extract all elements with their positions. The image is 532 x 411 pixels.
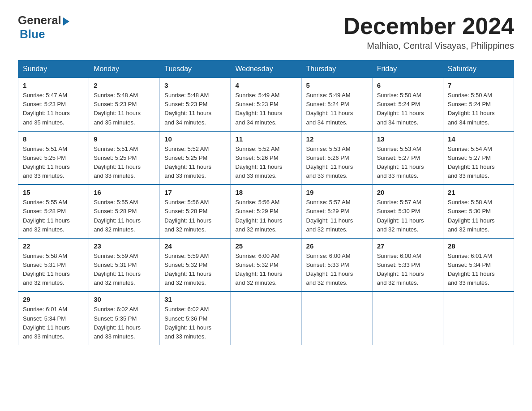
- day-info: Sunrise: 5:49 AM Sunset: 5:23 PM Dayligh…: [235, 91, 296, 127]
- location-text: Malhiao, Central Visayas, Philippines: [343, 41, 514, 51]
- day-info: Sunrise: 6:01 AM Sunset: 5:34 PM Dayligh…: [23, 305, 84, 341]
- day-info: Sunrise: 5:54 AM Sunset: 5:27 PM Dayligh…: [448, 145, 509, 181]
- day-number: 12: [306, 135, 368, 143]
- table-row: 21Sunrise: 5:58 AM Sunset: 5:30 PM Dayli…: [443, 184, 514, 238]
- col-wednesday: Wednesday: [231, 60, 301, 78]
- table-row: 15Sunrise: 5:55 AM Sunset: 5:28 PM Dayli…: [18, 184, 89, 238]
- day-info: Sunrise: 5:48 AM Sunset: 5:23 PM Dayligh…: [164, 91, 226, 127]
- day-info: Sunrise: 5:58 AM Sunset: 5:30 PM Dayligh…: [448, 198, 509, 234]
- day-number: 8: [23, 135, 84, 143]
- table-row: 26Sunrise: 6:00 AM Sunset: 5:33 PM Dayli…: [301, 238, 372, 292]
- day-number: 21: [448, 188, 509, 196]
- title-section: December 2024 Malhiao, Central Visayas, …: [343, 13, 514, 51]
- day-info: Sunrise: 5:59 AM Sunset: 5:31 PM Dayligh…: [94, 252, 155, 288]
- day-info: Sunrise: 5:50 AM Sunset: 5:24 PM Dayligh…: [377, 91, 438, 127]
- table-row: 2Sunrise: 5:48 AM Sunset: 5:23 PM Daylig…: [89, 78, 160, 131]
- table-row: 11Sunrise: 5:52 AM Sunset: 5:26 PM Dayli…: [231, 131, 301, 185]
- table-row: 12Sunrise: 5:53 AM Sunset: 5:26 PM Dayli…: [301, 131, 372, 185]
- table-row: [231, 291, 301, 345]
- day-info: Sunrise: 5:56 AM Sunset: 5:29 PM Dayligh…: [235, 198, 296, 234]
- table-row: 28Sunrise: 6:01 AM Sunset: 5:34 PM Dayli…: [443, 238, 514, 292]
- table-row: 5Sunrise: 5:49 AM Sunset: 5:24 PM Daylig…: [301, 78, 372, 131]
- table-row: 24Sunrise: 5:59 AM Sunset: 5:32 PM Dayli…: [160, 238, 231, 292]
- day-info: Sunrise: 6:01 AM Sunset: 5:34 PM Dayligh…: [448, 252, 509, 288]
- calendar-week-row: 8Sunrise: 5:51 AM Sunset: 5:25 PM Daylig…: [18, 131, 514, 185]
- day-number: 2: [94, 81, 155, 89]
- day-number: 20: [377, 188, 438, 196]
- day-number: 19: [306, 188, 368, 196]
- day-number: 25: [235, 242, 296, 250]
- day-info: Sunrise: 5:53 AM Sunset: 5:27 PM Dayligh…: [377, 145, 438, 181]
- table-row: [443, 291, 514, 345]
- day-info: Sunrise: 6:02 AM Sunset: 5:35 PM Dayligh…: [94, 305, 155, 341]
- col-sunday: Sunday: [18, 60, 89, 78]
- calendar-header-row: Sunday Monday Tuesday Wednesday Thursday…: [18, 60, 514, 78]
- day-info: Sunrise: 6:02 AM Sunset: 5:36 PM Dayligh…: [164, 305, 226, 341]
- day-number: 3: [164, 81, 226, 89]
- table-row: 29Sunrise: 6:01 AM Sunset: 5:34 PM Dayli…: [18, 291, 89, 345]
- day-number: 10: [164, 135, 226, 143]
- day-number: 16: [94, 188, 155, 196]
- logo: General Blue: [18, 13, 69, 41]
- day-info: Sunrise: 6:00 AM Sunset: 5:33 PM Dayligh…: [377, 252, 438, 288]
- day-number: 23: [94, 242, 155, 250]
- table-row: 3Sunrise: 5:48 AM Sunset: 5:23 PM Daylig…: [160, 78, 231, 131]
- logo-general-text: General: [18, 13, 61, 27]
- calendar-week-row: 15Sunrise: 5:55 AM Sunset: 5:28 PM Dayli…: [18, 184, 514, 238]
- col-friday: Friday: [372, 60, 443, 78]
- day-info: Sunrise: 5:52 AM Sunset: 5:26 PM Dayligh…: [235, 145, 296, 181]
- day-info: Sunrise: 5:57 AM Sunset: 5:29 PM Dayligh…: [306, 198, 368, 234]
- col-monday: Monday: [89, 60, 160, 78]
- day-info: Sunrise: 6:00 AM Sunset: 5:32 PM Dayligh…: [235, 252, 296, 288]
- logo-blue-text: Blue: [20, 27, 45, 41]
- table-row: 1Sunrise: 5:47 AM Sunset: 5:23 PM Daylig…: [18, 78, 89, 131]
- day-info: Sunrise: 5:53 AM Sunset: 5:26 PM Dayligh…: [306, 145, 368, 181]
- calendar-week-row: 22Sunrise: 5:58 AM Sunset: 5:31 PM Dayli…: [18, 238, 514, 292]
- day-info: Sunrise: 5:51 AM Sunset: 5:25 PM Dayligh…: [23, 145, 84, 181]
- day-number: 27: [377, 242, 438, 250]
- day-info: Sunrise: 5:56 AM Sunset: 5:28 PM Dayligh…: [164, 198, 226, 234]
- table-row: 20Sunrise: 5:57 AM Sunset: 5:30 PM Dayli…: [372, 184, 443, 238]
- logo-arrow-icon: [63, 17, 69, 26]
- table-row: 17Sunrise: 5:56 AM Sunset: 5:28 PM Dayli…: [160, 184, 231, 238]
- col-tuesday: Tuesday: [160, 60, 231, 78]
- day-info: Sunrise: 5:59 AM Sunset: 5:32 PM Dayligh…: [164, 252, 226, 288]
- day-number: 15: [23, 188, 84, 196]
- table-row: 14Sunrise: 5:54 AM Sunset: 5:27 PM Dayli…: [443, 131, 514, 185]
- col-thursday: Thursday: [301, 60, 372, 78]
- table-row: 10Sunrise: 5:52 AM Sunset: 5:25 PM Dayli…: [160, 131, 231, 185]
- table-row: [372, 291, 443, 345]
- page-header: General Blue December 2024 Malhiao, Cent…: [18, 13, 514, 51]
- day-number: 5: [306, 81, 368, 89]
- day-number: 9: [94, 135, 155, 143]
- calendar-week-row: 29Sunrise: 6:01 AM Sunset: 5:34 PM Dayli…: [18, 291, 514, 345]
- table-row: 7Sunrise: 5:50 AM Sunset: 5:24 PM Daylig…: [443, 78, 514, 131]
- day-number: 7: [448, 81, 509, 89]
- day-info: Sunrise: 5:57 AM Sunset: 5:30 PM Dayligh…: [377, 198, 438, 234]
- day-info: Sunrise: 5:48 AM Sunset: 5:23 PM Dayligh…: [94, 91, 155, 127]
- table-row: 8Sunrise: 5:51 AM Sunset: 5:25 PM Daylig…: [18, 131, 89, 185]
- day-number: 18: [235, 188, 296, 196]
- day-number: 13: [377, 135, 438, 143]
- table-row: 16Sunrise: 5:55 AM Sunset: 5:28 PM Dayli…: [89, 184, 160, 238]
- day-number: 14: [448, 135, 509, 143]
- col-saturday: Saturday: [443, 60, 514, 78]
- table-row: 9Sunrise: 5:51 AM Sunset: 5:25 PM Daylig…: [89, 131, 160, 185]
- table-row: 18Sunrise: 5:56 AM Sunset: 5:29 PM Dayli…: [231, 184, 301, 238]
- day-number: 29: [23, 295, 84, 303]
- table-row: 13Sunrise: 5:53 AM Sunset: 5:27 PM Dayli…: [372, 131, 443, 185]
- table-row: 4Sunrise: 5:49 AM Sunset: 5:23 PM Daylig…: [231, 78, 301, 131]
- calendar-table: Sunday Monday Tuesday Wednesday Thursday…: [18, 60, 514, 345]
- day-number: 17: [164, 188, 226, 196]
- day-number: 24: [164, 242, 226, 250]
- table-row: [301, 291, 372, 345]
- day-number: 1: [23, 81, 84, 89]
- day-info: Sunrise: 5:58 AM Sunset: 5:31 PM Dayligh…: [23, 252, 84, 288]
- day-info: Sunrise: 5:47 AM Sunset: 5:23 PM Dayligh…: [23, 91, 84, 127]
- table-row: 23Sunrise: 5:59 AM Sunset: 5:31 PM Dayli…: [89, 238, 160, 292]
- day-info: Sunrise: 5:52 AM Sunset: 5:25 PM Dayligh…: [164, 145, 226, 181]
- day-number: 26: [306, 242, 368, 250]
- day-number: 6: [377, 81, 438, 89]
- table-row: 31Sunrise: 6:02 AM Sunset: 5:36 PM Dayli…: [160, 291, 231, 345]
- day-number: 31: [164, 295, 226, 303]
